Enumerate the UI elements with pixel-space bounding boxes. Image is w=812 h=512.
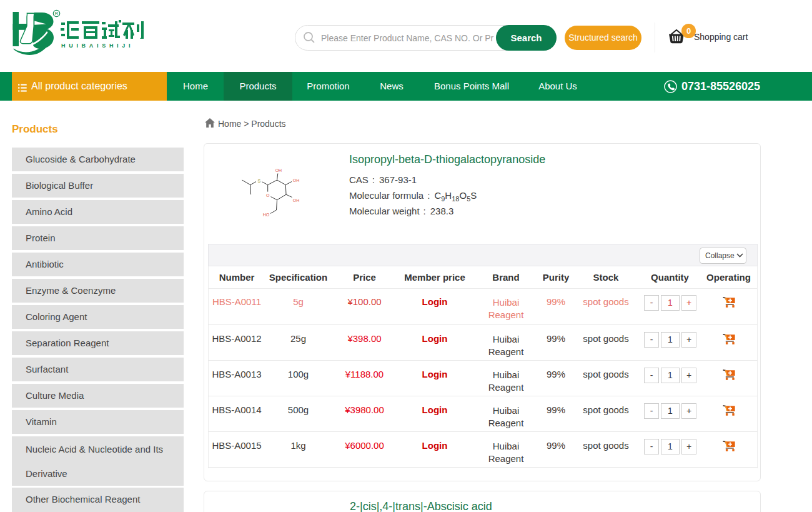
svg-text:OH: OH — [293, 178, 300, 183]
svg-text:S: S — [257, 179, 260, 183]
svg-text:OH: OH — [293, 198, 300, 203]
svg-text:OH: OH — [275, 168, 282, 173]
svg-text:R: R — [55, 11, 59, 16]
svg-text:HO: HO — [263, 213, 270, 217]
svg-text:O: O — [266, 193, 270, 198]
svg-text:HUIBAISHIJI: HUIBAISHIJI — [61, 43, 134, 49]
